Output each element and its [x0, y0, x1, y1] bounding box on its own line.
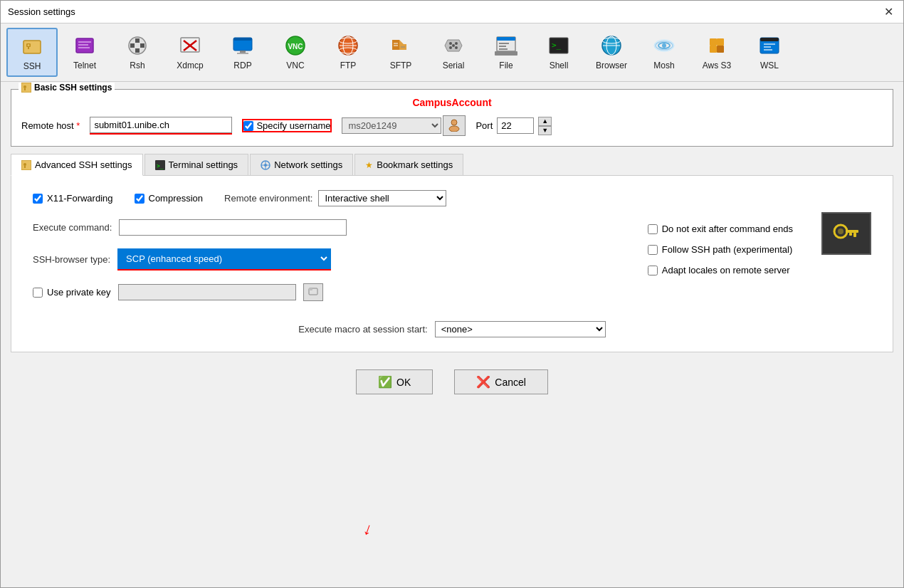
username-select[interactable]: ms20e1249 — [342, 117, 441, 134]
do-not-exit-label: Do not exit after command ends — [648, 224, 793, 234]
toolbar-item-wsl[interactable]: WSL — [744, 28, 795, 77]
mosh-icon — [651, 33, 677, 58]
toolbar-item-serial[interactable]: Serial — [428, 28, 479, 77]
key-icon-box — [821, 226, 871, 255]
advanced-section: Advanced SSH settings >_ Terminal settin… — [11, 154, 893, 352]
follow-ssh-checkbox[interactable] — [648, 245, 658, 255]
port-group: Port ▲ ▼ — [475, 117, 552, 135]
advanced-content: X11-Forwarding Compression Remote enviro… — [11, 176, 893, 352]
port-down-button[interactable]: ▼ — [538, 126, 552, 135]
toolbar-item-rdp[interactable]: RDP — [217, 28, 268, 77]
macro-select[interactable]: <none> — [435, 321, 606, 337]
svg-rect-69 — [21, 160, 31, 170]
toolbar-item-vnc[interactable]: VNC VNC — [270, 28, 321, 77]
svg-rect-57 — [710, 46, 717, 53]
campus-account-label: CampusAccount — [412, 97, 491, 108]
tab-terminal[interactable]: >_ Terminal settings — [144, 154, 249, 175]
port-spinner: ▲ ▼ — [538, 117, 552, 135]
toolbar-serial-label: Serial — [443, 61, 465, 70]
toolbar-mosh-label: Mosh — [653, 61, 674, 70]
toolbar-item-file[interactable]: File — [480, 28, 532, 77]
tabs-row: Advanced SSH settings >_ Terminal settin… — [11, 154, 893, 176]
toolbar-item-ftp[interactable]: FTP — [322, 28, 374, 77]
user-icon-button[interactable] — [443, 115, 466, 136]
toolbar-item-shell[interactable]: >_ Shell — [533, 28, 584, 77]
toolbar-item-xdmcp[interactable]: Xdmcp — [164, 28, 216, 77]
svg-rect-62 — [764, 46, 771, 48]
sftp-icon — [388, 33, 414, 58]
svg-rect-27 — [392, 40, 399, 50]
svg-point-34 — [449, 42, 452, 45]
compression-checkbox[interactable] — [135, 194, 144, 204]
remote-host-input[interactable] — [90, 117, 232, 133]
rdp-icon — [230, 33, 256, 58]
svg-rect-58 — [717, 46, 724, 53]
username-group: ms20e1249 — [342, 115, 466, 136]
remote-env-select[interactable]: Interactive shell Xterm Custom command — [318, 190, 446, 206]
arrow-ok: ↓ — [361, 518, 376, 540]
cancel-button[interactable]: ❌ Cancel — [454, 369, 548, 394]
adv-row-1: X11-Forwarding Compression Remote enviro… — [33, 190, 871, 206]
svg-point-2 — [28, 44, 30, 46]
svg-text:>_: >_ — [552, 41, 562, 50]
svg-rect-82 — [846, 230, 858, 233]
svg-rect-71 — [24, 166, 26, 168]
toolbar-sftp-label: SFTP — [390, 61, 412, 70]
serial-icon — [441, 33, 466, 58]
toolbar-item-rsh[interactable]: Rsh — [112, 28, 163, 77]
toolbar-item-telnet[interactable]: Telnet — [59, 28, 110, 77]
svg-rect-42 — [499, 46, 506, 47]
toolbar-shell-label: Shell — [550, 61, 569, 70]
toolbar-telnet-label: Telnet — [73, 61, 96, 70]
tab-bookmark[interactable]: ★ Bookmark settings — [354, 154, 463, 175]
x11-forwarding-checkbox[interactable] — [33, 194, 43, 204]
svg-rect-84 — [849, 233, 852, 236]
adapt-locales-label: Adapt locales on remote server — [648, 265, 793, 275]
close-button[interactable]: ✕ — [881, 5, 896, 19]
xdmcp-icon — [177, 33, 203, 58]
exec-cmd-input[interactable] — [119, 219, 347, 236]
shell-icon: >_ — [546, 33, 572, 58]
svg-rect-79 — [309, 288, 312, 290]
svg-rect-60 — [760, 38, 779, 41]
svg-point-36 — [449, 46, 452, 49]
use-private-key-checkbox[interactable] — [33, 288, 43, 298]
svg-rect-61 — [764, 43, 775, 45]
tab-network[interactable]: Network settings — [250, 154, 353, 175]
port-input[interactable] — [497, 117, 534, 134]
ssh-browser-select[interactable]: SCP (enhanced speed) SFTP SCP — [117, 248, 331, 269]
title-bar: Session settings ✕ — [1, 1, 903, 23]
svg-point-35 — [455, 42, 458, 45]
dialog-title: Session settings — [8, 6, 75, 17]
tab-advanced-ssh[interactable]: Advanced SSH settings — [11, 154, 143, 176]
adv-two-col: Execute command: SSH-browser type: SCP (… — [33, 219, 871, 314]
ssh-browser-row: SSH-browser type: SCP (enhanced speed) S… — [33, 248, 619, 271]
ftp-icon — [335, 33, 361, 58]
ok-button[interactable]: ✅ OK — [356, 369, 433, 394]
ssh-browser-label: SSH-browser type: — [33, 254, 110, 265]
basic-ssh-legend: Basic SSH settings — [19, 83, 115, 93]
remote-env-group: Remote environment: Interactive shell Xt… — [224, 190, 446, 206]
cancel-icon: ❌ — [476, 375, 490, 389]
svg-rect-12 — [140, 43, 144, 48]
session-settings-dialog: Session settings ✕ SSH ↑ — [0, 0, 904, 588]
file-icon — [493, 33, 519, 58]
svg-rect-17 — [233, 38, 252, 41]
do-not-exit-checkbox[interactable] — [648, 224, 658, 234]
toolbar-item-ssh[interactable]: SSH ↑ — [6, 28, 58, 77]
specify-username-checkbox[interactable] — [243, 121, 253, 131]
svg-rect-55 — [710, 38, 717, 46]
toolbar-item-mosh[interactable]: Mosh — [638, 28, 690, 77]
content-area: Basic SSH settings CampusAccount Remote … — [1, 82, 903, 359]
private-key-browse-button[interactable] — [303, 283, 323, 301]
svg-rect-9 — [135, 38, 140, 43]
svg-point-67 — [451, 120, 457, 125]
adapt-locales-checkbox[interactable] — [648, 266, 658, 275]
port-up-button[interactable]: ▲ — [538, 117, 552, 126]
toolbar-item-awss3[interactable]: Aws S3 — [691, 28, 742, 77]
svg-point-38 — [452, 44, 455, 47]
toolbar-ftp-label: FTP — [340, 61, 357, 70]
toolbar-item-browser[interactable]: Browser — [586, 28, 637, 77]
toolbar-item-sftp[interactable]: SFTP — [375, 28, 426, 77]
private-key-input[interactable] — [118, 284, 296, 300]
